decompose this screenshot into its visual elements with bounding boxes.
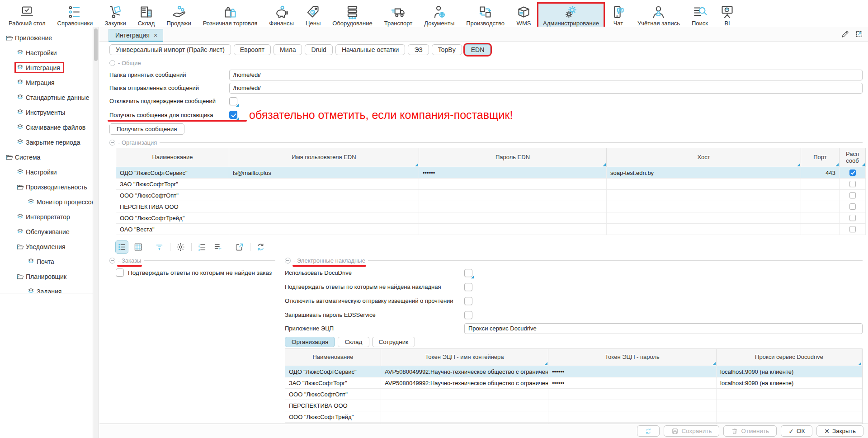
grid-toolbar-button[interactable]: [175, 241, 187, 253]
sidebar-item[interactable]: Стандартные данные: [0, 90, 93, 105]
table-row[interactable]: ООО "ЛюксСофтОпт": [116, 190, 866, 201]
app-toolbar-item[interactable]: Розничная торговля: [197, 2, 264, 29]
column-header[interactable]: Распсооб: [840, 148, 866, 167]
subtab[interactable]: Универсальный импорт (Прайс-лист): [109, 44, 231, 55]
app-toolbar-item[interactable]: WMS: [510, 2, 537, 29]
sidebar-item[interactable]: Настройки: [0, 45, 93, 60]
sidebar-item[interactable]: Интеграция: [0, 60, 93, 75]
get-messages-button[interactable]: Получить сообщения: [109, 123, 184, 135]
subtab[interactable]: Начальные остатки: [335, 44, 405, 55]
collapse-icon[interactable]: [109, 60, 115, 66]
app-toolbar-item[interactable]: Закупки: [99, 2, 132, 29]
app-toolbar-item[interactable]: Чат: [605, 2, 632, 29]
save-button[interactable]: Сохранить: [664, 425, 719, 437]
collapse-icon[interactable]: [285, 258, 291, 264]
table-row[interactable]: ЗАО "ЛюксСофтТорг" AVP5080049992:Научно-…: [285, 377, 862, 389]
app-toolbar-item[interactable]: Учётная запись: [632, 2, 686, 29]
collapse-icon[interactable]: [109, 258, 115, 264]
sidebar-item[interactable]: Настройки: [0, 165, 93, 179]
distribute-checkbox[interactable]: [849, 170, 856, 176]
close-icon[interactable]: ×: [154, 32, 157, 39]
invoice-tab[interactable]: Склад: [338, 337, 369, 347]
collapse-icon[interactable]: [109, 140, 115, 146]
sidebar-scrollbar[interactable]: [93, 27, 99, 438]
subtab[interactable]: Мила: [274, 44, 302, 55]
invoice-option-checkbox[interactable]: [464, 283, 472, 291]
subtab[interactable]: ЭЗ: [408, 44, 429, 55]
sidebar-item[interactable]: Система: [0, 150, 93, 165]
distribute-checkbox[interactable]: [849, 203, 856, 210]
grid-toolbar-button[interactable]: [153, 241, 165, 253]
invoice-option-checkbox[interactable]: [464, 297, 472, 305]
sidebar-item[interactable]: Инструменты: [0, 105, 93, 120]
app-toolbar-item[interactable]: Производство: [460, 2, 510, 29]
invoice-tab[interactable]: Организация: [285, 337, 335, 347]
sidebar-item[interactable]: Приложение: [0, 30, 93, 45]
sidebar-item[interactable]: Обслуживание: [0, 224, 93, 239]
sidebar-item[interactable]: Интерпретатор: [0, 209, 93, 224]
disable-confirm-checkbox[interactable]: [229, 97, 237, 105]
app-toolbar-item[interactable]: Продажи: [160, 2, 197, 29]
app-toolbar-item[interactable]: Оборудование: [326, 2, 378, 29]
app-toolbar-item[interactable]: BI: [714, 2, 741, 29]
sent-folder-input[interactable]: /home/edi/: [229, 83, 863, 94]
sidebar-item[interactable]: Скачивание файлов: [0, 120, 93, 135]
column-header[interactable]: Наименование: [285, 349, 381, 366]
table-row[interactable]: ООО "ЛюксСофтОпт": [285, 389, 862, 400]
column-header[interactable]: Имя пользователя EDN: [229, 148, 419, 167]
app-toolbar-item[interactable]: Документы: [418, 2, 460, 29]
subtab[interactable]: EDN: [465, 44, 491, 55]
sidebar-item[interactable]: Миграция: [0, 75, 93, 90]
pencil-icon[interactable]: [841, 30, 849, 38]
table-row[interactable]: ОДО "ЛюксСофтСервис" AVP5080049992:Научн…: [285, 366, 862, 377]
refresh-button[interactable]: [637, 425, 660, 437]
app-toolbar-item[interactable]: Финансы: [263, 2, 300, 29]
sidebar-item[interactable]: Почта: [0, 254, 93, 269]
table-row[interactable]: ПЕРСПЕКТИВА ООО: [285, 400, 862, 411]
app-toolbar-item[interactable]: Справочники: [52, 2, 99, 29]
table-row[interactable]: ОДО "ЛюксСофтСервис" ls@mailto.plus ••••…: [116, 167, 866, 179]
sidebar-item[interactable]: Закрытие периода: [0, 135, 93, 150]
ok-button[interactable]: ✓ ОК: [781, 425, 812, 437]
distribute-checkbox[interactable]: [849, 192, 856, 198]
column-header[interactable]: Прокси сервис Docudrive: [717, 349, 862, 366]
table-row[interactable]: ООО "ЛюксСофтТрейд": [116, 212, 866, 224]
invoice-tab[interactable]: Сотрудник: [372, 337, 415, 347]
table-row[interactable]: ПЕРСПЕКТИВА ООО: [116, 201, 866, 212]
subtab[interactable]: Druid: [305, 44, 332, 55]
distribute-checkbox[interactable]: [849, 181, 856, 187]
orders-confirm-checkbox[interactable]: [116, 268, 124, 277]
subtab[interactable]: TopBy: [432, 44, 462, 55]
app-toolbar-item[interactable]: Цены: [300, 2, 326, 29]
invoice-option-checkbox[interactable]: [464, 269, 472, 277]
column-header[interactable]: Токен ЭЦП - имя контейнера: [381, 349, 548, 366]
supplier-messages-checkbox[interactable]: [229, 111, 237, 119]
column-header[interactable]: Хост: [607, 148, 801, 167]
sidebar-item[interactable]: Планировщик: [0, 269, 93, 284]
grid-toolbar-button[interactable]: [255, 241, 267, 253]
app-toolbar-item[interactable]: Администрирование: [537, 2, 605, 29]
app-toolbar-item[interactable]: Рабочий стол: [3, 2, 52, 29]
app-toolbar-item[interactable]: Поиск: [686, 2, 714, 29]
grid-toolbar-button[interactable]: [116, 241, 128, 253]
sidebar-scrollbar-thumb[interactable]: [94, 28, 98, 61]
table-row[interactable]: ООО "ЛюксСофтТрейд": [285, 411, 862, 423]
column-header[interactable]: Порт: [801, 148, 840, 167]
ecp-app-input[interactable]: Прокси сервис Docudrive: [464, 323, 863, 334]
sidebar-item[interactable]: Уведомления: [0, 239, 93, 254]
app-toolbar-item[interactable]: Транспорт: [378, 2, 419, 29]
subtab[interactable]: Евроопт: [234, 44, 271, 55]
grid-toolbar-button[interactable]: [196, 241, 208, 253]
fullscreen-icon[interactable]: [855, 30, 863, 38]
table-row[interactable]: ОАО "Веста": [116, 224, 866, 235]
column-header[interactable]: Наименование: [116, 148, 229, 167]
distribute-checkbox[interactable]: [849, 226, 856, 232]
grid-toolbar-button[interactable]: [212, 241, 224, 253]
app-toolbar-item[interactable]: Склад: [132, 2, 161, 29]
grid-toolbar-button[interactable]: [233, 241, 245, 253]
tab-integration[interactable]: Интеграция ×: [108, 29, 163, 42]
cancel-button[interactable]: Отменить: [723, 425, 777, 437]
distribute-checkbox[interactable]: [849, 215, 856, 221]
sidebar-item[interactable]: Производительность: [0, 179, 93, 194]
close-button[interactable]: ✕ Закрыть: [816, 425, 863, 437]
